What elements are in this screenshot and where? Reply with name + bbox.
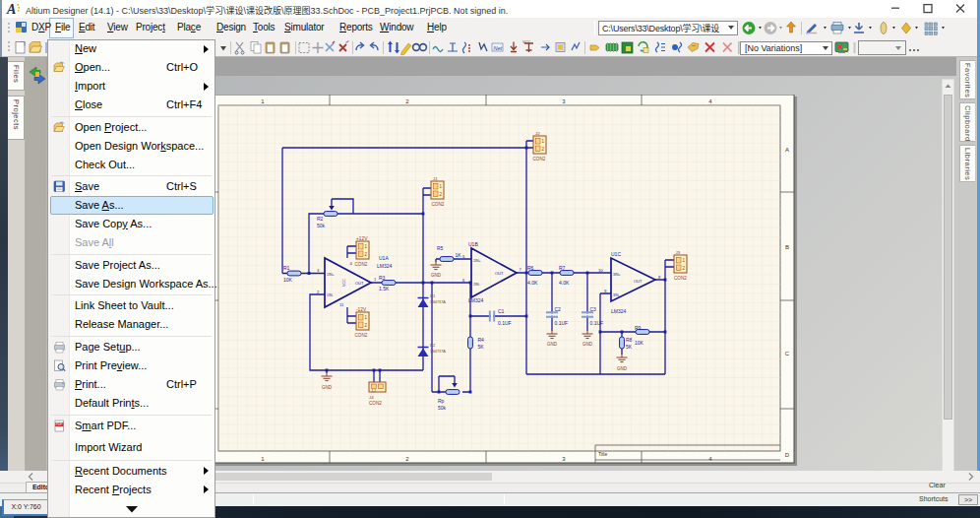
svg-text:1N4737A: 1N4737A <box>430 300 446 304</box>
svg-text:VCC: VCC <box>342 279 346 287</box>
svg-text:CON2: CON2 <box>355 262 368 267</box>
svg-text:GND: GND <box>582 342 593 347</box>
svg-text:R2: R2 <box>317 216 324 222</box>
svg-text:1.5K: 1.5K <box>379 286 390 291</box>
svg-text:R9: R9 <box>635 325 642 331</box>
svg-text:11: 11 <box>339 302 344 307</box>
svg-text:CON2: CON2 <box>432 202 445 207</box>
svg-text:1 2: 1 2 <box>372 389 377 393</box>
svg-text:3IN+: 3IN+ <box>613 273 621 277</box>
svg-text:GND: GND <box>431 273 442 278</box>
svg-text:10K: 10K <box>283 277 293 283</box>
svg-text:R7: R7 <box>559 265 566 271</box>
svg-text:U1A: U1A <box>379 255 389 261</box>
svg-text:C3: C3 <box>590 306 597 312</box>
svg-text:2IN+: 2IN+ <box>473 259 481 263</box>
svg-text:CON2: CON2 <box>369 401 382 406</box>
svg-text:A: A <box>6 2 16 17</box>
svg-text:GND: GND <box>547 342 558 347</box>
svg-text:R5: R5 <box>437 245 444 251</box>
svg-text:GND: GND <box>617 366 628 371</box>
svg-text:C2: C2 <box>555 306 562 312</box>
svg-text:50k: 50k <box>438 405 447 411</box>
svg-text:0.1UF: 0.1UF <box>590 320 604 326</box>
svg-text:50k: 50k <box>317 223 326 228</box>
svg-text:CON2: CON2 <box>674 276 687 281</box>
svg-text:1IN-: 1IN- <box>327 293 335 297</box>
svg-text:5K: 5K <box>478 344 485 350</box>
svg-text:B: B <box>785 244 789 250</box>
svg-text:LM324: LM324 <box>377 263 393 269</box>
svg-text:J1: J1 <box>433 176 438 181</box>
svg-text:CON2: CON2 <box>533 157 546 162</box>
svg-text:R1: R1 <box>283 265 290 271</box>
svg-text:Title: Title <box>598 451 607 457</box>
svg-text:5K: 5K <box>626 344 633 350</box>
svg-text:Rp: Rp <box>438 398 445 404</box>
svg-text:R8: R8 <box>626 337 633 343</box>
svg-text:J4: J4 <box>369 395 374 400</box>
svg-text:OUT: OUT <box>495 271 504 276</box>
svg-text:0.1UF: 0.1UF <box>555 320 569 326</box>
svg-text:LM324: LM324 <box>468 297 484 303</box>
svg-text:10K: 10K <box>635 340 644 346</box>
svg-text:Net: Net <box>494 45 503 51</box>
svg-text:GND: GND <box>322 385 333 390</box>
svg-text:PDF: PDF <box>56 422 63 426</box>
svg-text:C: C <box>785 351 790 356</box>
svg-text:D2: D2 <box>430 343 436 348</box>
svg-text:U1C: U1C <box>611 251 621 257</box>
svg-text:0.1UF: 0.1UF <box>498 320 512 326</box>
svg-text:LM324: LM324 <box>611 308 627 314</box>
svg-text:C1: C1 <box>498 308 505 314</box>
svg-text:R4: R4 <box>478 337 485 343</box>
svg-text:U1B: U1B <box>468 241 478 247</box>
svg-text:R3: R3 <box>379 275 386 281</box>
svg-text:OUT: OUT <box>634 279 643 284</box>
svg-text:VCC: VCC <box>522 39 531 44</box>
svg-text:CON2: CON2 <box>355 333 368 338</box>
svg-text:4.0K: 4.0K <box>527 280 538 286</box>
svg-text:R6: R6 <box>527 265 534 271</box>
svg-text:D1: D1 <box>430 293 436 298</box>
svg-text:D: D <box>785 452 790 458</box>
svg-text:1K: 1K <box>456 252 462 258</box>
svg-text:-12V: -12V <box>356 307 367 312</box>
svg-text:3IN-: 3IN- <box>613 293 621 297</box>
svg-text:10: 10 <box>598 268 603 273</box>
svg-text:J3: J3 <box>676 250 681 255</box>
svg-text:OUT: OUT <box>355 281 364 286</box>
svg-text:4.0K: 4.0K <box>559 280 570 286</box>
svg-text:2IN-: 2IN- <box>473 283 481 287</box>
svg-text:1IN+: 1IN+ <box>327 273 335 277</box>
svg-text:A: A <box>785 147 789 153</box>
svg-text:1N4737A: 1N4737A <box>430 350 446 354</box>
svg-text:+12V: +12V <box>356 236 368 241</box>
svg-text:J2: J2 <box>535 131 540 136</box>
